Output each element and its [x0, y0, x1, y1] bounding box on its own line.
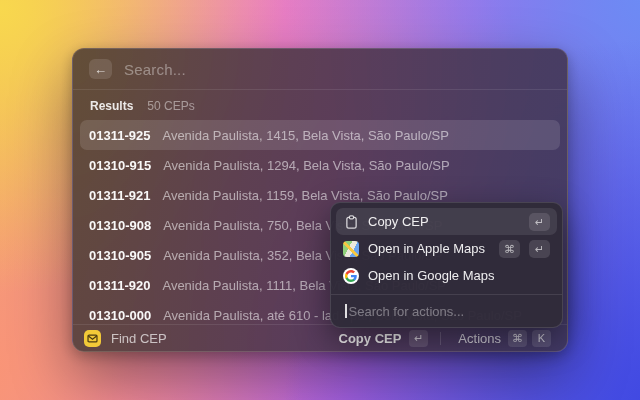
find-cep-extension-icon	[84, 330, 101, 347]
cmd-key-badge: ⌘	[508, 330, 527, 347]
results-label: Results	[90, 99, 133, 113]
actions-search-placeholder: Search for actions...	[348, 304, 465, 319]
desktop-wallpaper: ← Search... Results 50 CEPs 01311-925 Av…	[0, 0, 640, 400]
google-maps-icon	[343, 268, 359, 284]
menu-item-copy-cep[interactable]: Copy CEP ↵	[336, 208, 557, 235]
menu-item-label: Open in Google Maps	[368, 268, 550, 283]
cep-address: Avenida Paulista, 1159, Bela Vista, São …	[162, 188, 447, 203]
actions-search-input[interactable]: Search for actions...	[336, 295, 557, 327]
cep-address: Avenida Paulista, 1294, Bela Vista, São …	[163, 158, 449, 173]
menu-item-open-google-maps[interactable]: Open in Google Maps	[336, 262, 557, 289]
cep-address: Avenida Paulista, 1415, Bela Vista, São …	[162, 128, 448, 143]
actions-menu: Copy CEP ↵ Open in Apple Maps ⌘ ↵ O	[330, 202, 563, 328]
cmd-key-badge: ⌘	[499, 240, 520, 258]
apple-maps-icon	[343, 241, 359, 257]
cep-code: 01310-908	[89, 218, 151, 233]
actions-label: Actions	[458, 331, 501, 346]
search-bar: ← Search...	[73, 49, 567, 89]
menu-item-label: Open in Apple Maps	[368, 241, 490, 256]
cep-code: 01311-925	[89, 128, 150, 143]
cep-code: 01310-905	[89, 248, 151, 263]
primary-action-label[interactable]: Copy CEP	[339, 331, 402, 346]
back-button[interactable]: ←	[89, 59, 112, 79]
clipboard-icon	[343, 214, 359, 230]
return-key-badge: ↵	[409, 330, 428, 347]
envelope-icon	[87, 333, 98, 344]
cep-code: 01311-921	[89, 188, 150, 203]
cep-code: 01311-920	[89, 278, 150, 293]
extension-name: Find CEP	[111, 331, 167, 346]
return-key-badge: ↵	[529, 240, 550, 258]
k-key-badge: K	[532, 330, 551, 347]
search-input[interactable]: Search...	[124, 61, 186, 78]
text-cursor	[345, 304, 347, 318]
results-header: Results 50 CEPs	[73, 90, 567, 118]
results-count: 50 CEPs	[147, 99, 194, 113]
actions-button[interactable]: Actions ⌘ K	[453, 327, 556, 350]
result-row[interactable]: 01311-925 Avenida Paulista, 1415, Bela V…	[80, 120, 560, 150]
menu-item-open-apple-maps[interactable]: Open in Apple Maps ⌘ ↵	[336, 235, 557, 262]
return-key-badge: ↵	[529, 213, 550, 231]
status-bar: Find CEP Copy CEP ↵ Actions ⌘ K	[73, 324, 567, 351]
status-bar-separator	[440, 332, 441, 345]
cep-code: 01310-915	[89, 158, 151, 173]
back-arrow-icon: ←	[94, 63, 107, 76]
cep-code: 01310-000	[89, 308, 151, 323]
result-row[interactable]: 01310-915 Avenida Paulista, 1294, Bela V…	[80, 150, 560, 180]
menu-item-label: Copy CEP	[368, 214, 520, 229]
